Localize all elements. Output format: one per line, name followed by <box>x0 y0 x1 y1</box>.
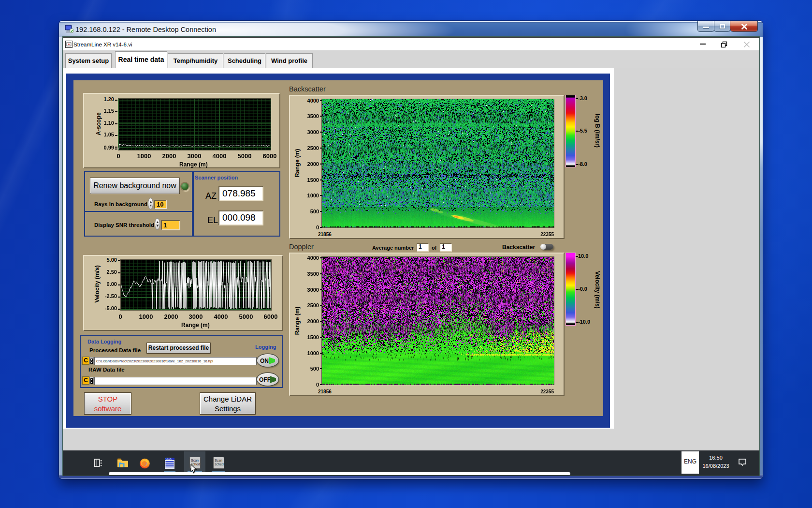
svg-text:GEEK: GEEK <box>166 458 172 460</box>
